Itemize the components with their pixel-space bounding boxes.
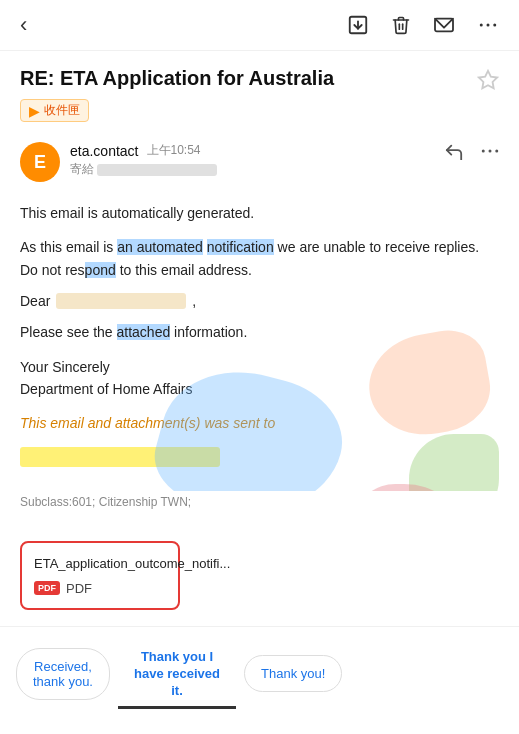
reply-button[interactable] (443, 142, 465, 160)
attachment-card[interactable]: ETA_application_outcome_notifi... PDF PD… (20, 541, 180, 610)
top-bar-actions (347, 14, 499, 36)
sender-info-left: E eta.contact 上午10:54 寄給 (20, 142, 217, 182)
email-subject: RE: ETA Application for Australia (20, 65, 334, 91)
more-email-button[interactable] (481, 148, 499, 154)
sender-to: 寄給 (70, 161, 217, 178)
body-line1: This email is automatically generated. (20, 202, 499, 224)
quick-reply-1[interactable]: Received,thank you. (16, 648, 110, 700)
delete-button[interactable] (391, 14, 411, 36)
sender-row: E eta.contact 上午10:54 寄給 (0, 130, 519, 194)
spacer (0, 521, 519, 533)
svg-point-3 (480, 24, 483, 27)
inbox-badge: ▶ 收件匣 (20, 99, 89, 122)
sender-avatar: E (20, 142, 60, 182)
body-line2: As this email is an automated notificati… (20, 236, 499, 281)
highlight-pond: pond (85, 262, 116, 278)
quick-reply-bar: Received,thank you. Thank you Ihave rece… (0, 626, 519, 717)
sender-actions (443, 142, 499, 160)
quick-reply-3[interactable]: Thank you! (244, 655, 342, 692)
highlight-automated: an automated (117, 239, 203, 255)
star-button[interactable] (477, 69, 499, 91)
sender-name: eta.contact (70, 143, 139, 159)
svg-point-8 (489, 150, 492, 153)
highlight-notification: notification (207, 239, 274, 255)
quick-reply-2[interactable]: Thank you Ihave receivedit. (118, 639, 236, 709)
back-button[interactable]: ‹ (20, 12, 27, 38)
email-header: RE: ETA Application for Australia ▶ 收件匣 (0, 51, 519, 130)
sender-time: 上午10:54 (147, 142, 201, 159)
attachment-type: PDF PDF (34, 581, 166, 596)
email-body: This email is automatically generated. A… (0, 194, 519, 491)
highlight-attached: attached (117, 324, 171, 340)
watermark-pink (359, 484, 459, 491)
attachment-filename: ETA_application_outcome_notifi... (34, 555, 166, 573)
quick-reply-2-wrapper: Thank you Ihave receivedit. (118, 639, 244, 709)
attachment-section: ETA_application_outcome_notifi... PDF PD… (0, 533, 519, 626)
top-bar: ‹ (0, 0, 519, 51)
body-line5: This email and attachment(s) was sent to (20, 412, 499, 434)
svg-point-5 (493, 24, 496, 27)
inbox-arrow-icon: ▶ (29, 103, 40, 119)
subclass-text: Subclass:601; Citizenship TWN; (0, 491, 519, 521)
dear-line: Dear , (20, 293, 499, 309)
svg-marker-6 (479, 71, 497, 88)
body-line3: Please see the attached information. (20, 321, 499, 343)
svg-point-4 (487, 24, 490, 27)
more-button[interactable] (477, 22, 499, 28)
sender-to-address-redacted (97, 164, 217, 176)
sender-details: eta.contact 上午10:54 寄給 (70, 142, 217, 178)
svg-point-9 (495, 150, 498, 153)
italic-text: This email and attachment(s) was sent to (20, 415, 275, 431)
mail-button[interactable] (433, 16, 455, 34)
pdf-icon: PDF (34, 581, 60, 595)
redacted-yellow-bar (20, 447, 220, 467)
download-button[interactable] (347, 14, 369, 36)
pdf-label: PDF (66, 581, 92, 596)
name-redacted (56, 293, 186, 309)
body-line4: Your SincerelyDepartment of Home Affairs (20, 356, 499, 401)
sender-name-time: eta.contact 上午10:54 (70, 142, 217, 159)
svg-point-7 (482, 150, 485, 153)
dear-label: Dear (20, 293, 50, 309)
watermark-green (409, 434, 499, 491)
